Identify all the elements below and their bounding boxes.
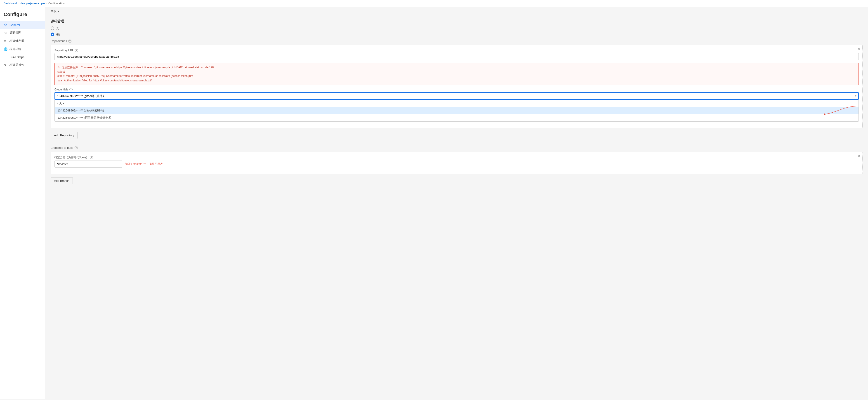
credentials-label: Credentials ? — [55, 88, 859, 91]
add-repository-button[interactable]: Add Repository — [51, 132, 78, 139]
credentials-help-icon[interactable]: ? — [69, 88, 72, 91]
branches-label: Branches to build ? — [51, 146, 863, 150]
repository-box: × Repository URL ? ⚠ 无法连接仓库：Command "git… — [51, 45, 863, 128]
gear-icon: ⚙ — [4, 23, 7, 27]
sidebar-item-scm[interactable]: ⌥ 源码管理 — [0, 29, 45, 37]
breadcrumb-current: Configuration — [49, 2, 64, 5]
scm-option-none[interactable]: 无 — [51, 26, 863, 30]
error-stderr: stderr: remote: [31m[session-684527ac] U… — [57, 74, 193, 78]
main-content: 高级 ▾ 源码管理 无 Git Repositories — [45, 7, 868, 399]
advanced-button[interactable]: 高级 ▾ — [51, 9, 59, 13]
error-message: 无法连接仓库：Command "git ls-remote -h -- http… — [62, 66, 214, 69]
repo-close-button[interactable]: × — [858, 48, 860, 51]
scm-section-title: 源码管理 — [51, 19, 863, 24]
branch-input-row: 代码有master分支，这里不用改 — [55, 160, 859, 167]
radio-git — [51, 33, 54, 36]
post-build-icon: ✎ — [4, 63, 7, 67]
sidebar-label-triggers: 构建触发器 — [9, 39, 24, 43]
add-repository-label: Add Repository — [54, 134, 74, 137]
add-branch-button[interactable]: Add Branch — [51, 177, 73, 184]
branches-section: Branches to build ? × 指定分支（为空时代表any） ? — [51, 146, 863, 190]
branch-box: × 指定分支（为空时代表any） ? 代码有master分支，这里不用改 — [51, 152, 863, 174]
url-help-icon[interactable]: ? — [75, 49, 78, 52]
repo-annotation-wrapper: Forked 到你的账号设置为私有代码用你的url，这样可以模拟jenkins访… — [51, 45, 863, 128]
add-branch-label: Add Branch — [54, 179, 69, 182]
repositories-label: Repositories ? — [51, 39, 863, 43]
branch-close-button[interactable]: × — [858, 154, 860, 158]
scm-option-git[interactable]: Git — [51, 33, 863, 36]
radio-none — [51, 27, 54, 30]
error-icon: ⚠ — [57, 66, 60, 69]
scm-icon: ⌥ — [4, 31, 7, 35]
error-fatal: fatal: Authentication failed for 'https:… — [57, 79, 152, 82]
dropdown-option-gitee[interactable]: 13432648962/****** (gitee码云账号) — [55, 107, 859, 114]
branches-help-icon[interactable]: ? — [74, 146, 78, 149]
sidebar-label-post-build: 构建后操作 — [9, 63, 24, 67]
branch-label: 指定分支（为空时代表any） ? — [55, 156, 859, 159]
error-stdout: stdout: — [57, 70, 66, 73]
error-box: ⚠ 无法连接仓库：Command "git ls-remote -h -- ht… — [55, 63, 859, 85]
build-steps-icon: ☰ — [4, 55, 7, 59]
sidebar-item-build-steps[interactable]: ☰ Build Steps — [0, 53, 45, 61]
sidebar-label-general: General — [9, 23, 20, 27]
page-title: Configure — [0, 10, 45, 21]
advanced-bar: 高级 ▾ — [51, 7, 863, 16]
scm-git-label: Git — [56, 33, 60, 36]
sidebar-label-scm: 源码管理 — [9, 31, 21, 35]
branch-help-icon[interactable]: ? — [90, 156, 93, 159]
dropdown-option-aliyun[interactable]: 13432648962/****** (阿里云容器镜像仓库) — [55, 114, 859, 121]
sidebar-item-triggers[interactable]: ↺ 构建触发器 — [0, 37, 45, 45]
credentials-field-row: Credentials ? - 无 - 13432648962/****** (… — [55, 88, 859, 122]
scm-none-label: 无 — [56, 26, 59, 30]
chevron-down-icon: ▾ — [57, 10, 59, 13]
breadcrumb-dashboard[interactable]: Dashboard — [4, 2, 17, 5]
sidebar-item-post-build[interactable]: ✎ 构建后操作 — [0, 61, 45, 69]
branch-annotation: 代码有master分支，这里不用改 — [125, 162, 163, 166]
sidebar: Configure ⚙ General ⌥ 源码管理 ↺ 构建触发器 🌐 构建环… — [0, 7, 45, 399]
env-icon: 🌐 — [4, 47, 7, 51]
git-subsection: Repositories ? Forked 到你的账号设置为私有代码用你的url… — [51, 39, 863, 190]
sidebar-item-env[interactable]: 🌐 构建环境 — [0, 45, 45, 53]
credentials-dropdown-open: - 无 - 13432648962/****** (gitee码云账号) 134… — [55, 99, 859, 122]
branch-field-row: 指定分支（为空时代表any） ? 代码有master分支，这里不用改 — [55, 156, 859, 167]
trigger-icon: ↺ — [4, 39, 7, 43]
url-field-row: Repository URL ? — [55, 49, 859, 60]
credentials-select-wrapper: - 无 - 13432648962/****** (gitee码云账号) 134… — [55, 92, 859, 100]
credentials-select[interactable]: - 无 - 13432648962/****** (gitee码云账号) 134… — [55, 92, 859, 100]
advanced-label: 高级 — [51, 9, 57, 13]
repositories-help-icon[interactable]: ? — [68, 39, 71, 43]
sidebar-item-general[interactable]: ⚙ General — [0, 21, 45, 29]
sidebar-label-env: 构建环境 — [9, 47, 21, 51]
url-label: Repository URL ? — [55, 49, 859, 52]
breadcrumb-project[interactable]: devops-java-sample — [21, 2, 45, 5]
sidebar-label-build-steps: Build Steps — [9, 55, 24, 59]
breadcrumb: Dashboard › devops-java-sample › Configu… — [0, 0, 868, 7]
repository-url-input[interactable] — [55, 53, 859, 60]
branch-input[interactable] — [55, 160, 122, 167]
scm-options: 无 Git — [51, 26, 863, 36]
dropdown-option-none[interactable]: - 无 - — [55, 100, 859, 107]
